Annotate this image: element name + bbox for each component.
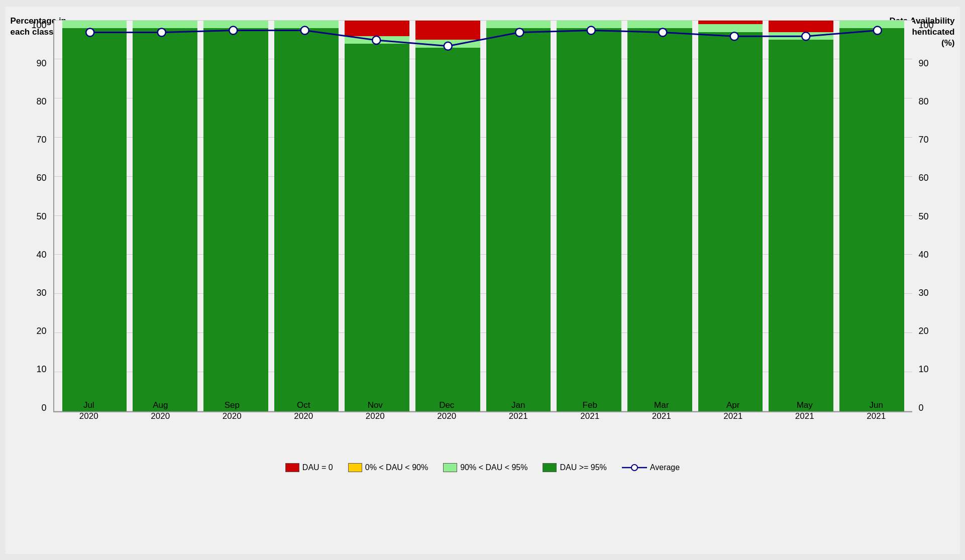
y-label: 40 <box>919 250 929 259</box>
bar-segment <box>557 21 621 29</box>
bar-stack <box>486 21 551 411</box>
bar-stack <box>62 21 127 411</box>
bar-stack <box>415 21 480 411</box>
bar-segment <box>627 28 692 411</box>
x-label: May2021 <box>769 396 841 422</box>
y-label: 80 <box>36 97 46 106</box>
bar-segment <box>274 21 339 29</box>
legend-average-label: Average <box>650 463 680 472</box>
bar-stack <box>627 21 692 411</box>
legend-label: DAU = 0 <box>302 463 333 472</box>
legend-swatch <box>443 463 457 472</box>
y-label: 100 <box>31 21 46 30</box>
x-label: Jul2020 <box>53 396 125 422</box>
chart-area: Percentage ineach class Data Availabilit… <box>11 21 955 458</box>
y-label: 10 <box>919 365 929 374</box>
x-label: Feb2021 <box>554 396 626 422</box>
x-label: Jan2021 <box>483 396 555 422</box>
bar-segment <box>769 40 833 411</box>
bar-stack <box>203 21 268 411</box>
y-label: 0 <box>919 403 924 412</box>
y-label: 50 <box>36 212 46 221</box>
bar-segment <box>698 24 763 32</box>
bar-segment <box>203 28 268 411</box>
x-label: Aug2020 <box>125 396 196 422</box>
legend-average: Average <box>622 463 680 473</box>
bar-segment <box>274 28 339 411</box>
y-label: 30 <box>919 288 929 297</box>
y-label: 50 <box>919 212 929 221</box>
bar-segment <box>62 21 127 29</box>
bar-segment <box>345 36 409 44</box>
bar-stack <box>133 21 197 411</box>
bar-column <box>342 21 412 411</box>
y-label: 90 <box>36 59 46 68</box>
bar-segment <box>557 28 621 411</box>
legend-line-icon <box>622 463 647 473</box>
legend-label: 0% < DAU < 90% <box>365 463 428 472</box>
legend-swatch <box>285 463 299 472</box>
y-label: 20 <box>919 326 929 335</box>
y-label: 80 <box>919 97 929 106</box>
bar-stack <box>345 21 409 411</box>
bar-segment <box>486 28 551 411</box>
x-label: Mar2021 <box>626 396 698 422</box>
x-label: Nov2020 <box>340 396 411 422</box>
svg-point-1 <box>631 465 637 471</box>
x-label: Oct2020 <box>268 396 340 422</box>
bar-segment <box>627 21 692 29</box>
bar-segment <box>62 28 127 411</box>
bar-segment <box>345 21 409 36</box>
plot-area <box>53 21 912 412</box>
x-label: Apr2021 <box>697 396 769 422</box>
y-label: 70 <box>36 135 46 144</box>
legend-label: 90% < DAU < 95% <box>460 463 527 472</box>
bar-stack <box>839 21 904 411</box>
x-label: Jun2021 <box>840 396 912 422</box>
legend-label: DAU >= 95% <box>560 463 606 472</box>
y-label: 10 <box>36 365 46 374</box>
y-label: 100 <box>919 21 934 30</box>
bar-segment <box>415 40 480 48</box>
legend-item: 0% < DAU < 90% <box>348 463 428 472</box>
bar-column <box>554 21 624 411</box>
y-axis-right: 0102030405060708090100 <box>915 21 955 412</box>
bar-segment <box>486 21 551 29</box>
bar-column <box>483 21 554 411</box>
legend-swatch <box>543 463 557 472</box>
bar-segment <box>769 21 833 32</box>
bar-column <box>59 21 130 411</box>
bar-segment <box>133 28 197 411</box>
y-label: 20 <box>36 326 46 335</box>
bar-stack <box>698 21 763 411</box>
bar-segment <box>133 21 197 29</box>
legend-item: DAU = 0 <box>285 463 333 472</box>
y-label: 90 <box>919 59 929 68</box>
y-axis-left: 0102030405060708090100 <box>11 21 51 412</box>
y-label: 60 <box>919 173 929 182</box>
bar-segment <box>698 32 763 411</box>
x-axis: Jul2020Aug2020Sep2020Oct2020Nov2020Dec20… <box>53 396 912 422</box>
legend-item: 90% < DAU < 95% <box>443 463 527 472</box>
bars-group <box>54 21 912 411</box>
bar-column <box>130 21 200 411</box>
y-label: 70 <box>919 135 929 144</box>
bar-segment <box>415 48 480 411</box>
chart-container: Percentage ineach class Data Availabilit… <box>6 7 960 554</box>
bar-column <box>412 21 483 411</box>
bar-column <box>695 21 766 411</box>
bar-stack <box>557 21 621 411</box>
x-label: Dec2020 <box>411 396 483 422</box>
bar-segment <box>839 21 904 29</box>
y-label: 40 <box>36 250 46 259</box>
y-label: 30 <box>36 288 46 297</box>
bar-column <box>200 21 271 411</box>
bar-column <box>271 21 342 411</box>
legend-swatch <box>348 463 362 472</box>
x-label: Sep2020 <box>196 396 268 422</box>
bar-segment <box>203 21 268 29</box>
bar-segment <box>839 28 904 411</box>
bar-column <box>624 21 695 411</box>
bar-column <box>836 21 907 411</box>
bar-stack <box>769 21 833 411</box>
